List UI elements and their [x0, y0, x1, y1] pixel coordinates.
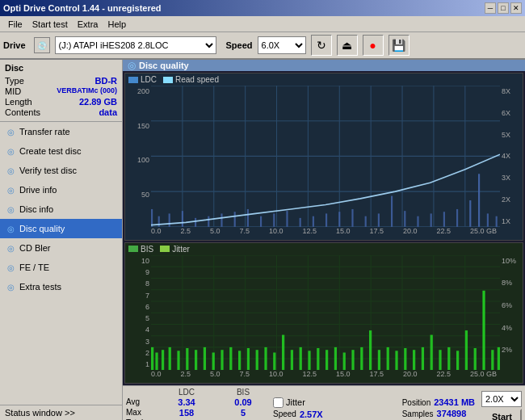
nav-verify-test-disc[interactable]: ◎ Verify test disc	[0, 161, 122, 180]
svg-rect-27	[300, 218, 301, 227]
ldc-right-axis: 8X 6X 5X 4X 3X 2X 1X	[500, 86, 523, 227]
svg-rect-40	[469, 200, 471, 227]
disc-contents-row: Contents data	[5, 107, 117, 117]
svg-rect-15	[151, 209, 153, 227]
svg-rect-78	[264, 347, 267, 370]
svg-rect-35	[404, 211, 405, 227]
nav-cd-bler[interactable]: ◎ CD Bler	[0, 238, 122, 258]
ldc-legend: LDC Read speed	[125, 74, 523, 86]
disc-mid-label: MID	[5, 86, 21, 96]
charts-area: LDC Read speed 200 150 100 50	[123, 71, 525, 385]
save-button[interactable]: 💾	[388, 35, 410, 56]
bis-x-axis: 0.0 2.5 5.0 7.5 10.0 12.5 15.0 17.5 20.0…	[125, 370, 523, 383]
disc-type-value: BD-R	[95, 76, 118, 86]
ldc-header: LDC	[166, 388, 207, 397]
speed-label: Speed	[226, 40, 253, 50]
svg-rect-66	[162, 350, 164, 370]
avg-bis: 0.09	[223, 397, 263, 407]
bis-plot	[151, 255, 500, 370]
svg-rect-92	[387, 347, 389, 370]
ldc-x-axis: 0.0 2.5 5.0 7.5 10.0 12.5 15.0 17.5 20.0…	[125, 227, 523, 240]
ldc-plot	[151, 86, 500, 227]
readspeed-color	[163, 77, 173, 83]
svg-rect-73	[220, 350, 223, 370]
refresh-button[interactable]: ↻	[311, 35, 332, 56]
eject-button[interactable]: ⏏	[337, 35, 358, 56]
toolbar: Drive 💿 (J:) ATAPI iHES208 2.8LOC Speed …	[0, 32, 525, 60]
svg-rect-100	[456, 351, 459, 370]
svg-rect-93	[395, 351, 397, 370]
nav-create-test-disc[interactable]: ◎ Create test disc	[0, 141, 122, 161]
nav-transfer-rate[interactable]: ◎ Transfer rate	[0, 122, 122, 141]
position-row: Position 23431 MB	[402, 397, 475, 407]
nav-fe-te[interactable]: ◎ FE / TE	[0, 258, 122, 277]
nav-extra-tests[interactable]: ◎ Extra tests	[0, 277, 122, 296]
panel-title: Disc quality	[139, 61, 189, 70]
svg-rect-105	[498, 347, 500, 370]
status-window-button[interactable]: Status window >>	[0, 405, 122, 420]
start-button[interactable]: Start	[482, 409, 522, 420]
nav-items: ◎ Transfer rate ◎ Create test disc ◎ Ver…	[0, 122, 122, 405]
menu-file[interactable]: File	[3, 19, 27, 30]
record-button[interactable]: ●	[363, 35, 384, 56]
samples-row: Samples 374898	[402, 409, 475, 418]
nav-create-test-disc-label: Create test disc	[19, 146, 81, 156]
ldc-color	[128, 77, 138, 83]
avg-ldc: 3.34	[166, 397, 207, 407]
nav-drive-info-label: Drive info	[19, 185, 57, 195]
speed-stat-value: 2.57X	[300, 410, 323, 419]
jitter-speed-section: Jitter Speed 2.57X	[273, 397, 323, 419]
svg-rect-64	[151, 347, 153, 370]
cd-bler-icon: ◎	[5, 242, 16, 254]
drive-select[interactable]: (J:) ATAPI iHES208 2.8LOC	[55, 36, 216, 54]
svg-rect-94	[404, 348, 406, 370]
menu-extra[interactable]: Extra	[73, 19, 103, 30]
close-button[interactable]: ✕	[510, 2, 522, 14]
svg-rect-34	[391, 196, 393, 227]
svg-rect-31	[351, 209, 353, 227]
svg-rect-69	[186, 348, 188, 370]
ldc-chart: LDC Read speed 200 150 100 50	[124, 73, 523, 241]
position-samples-section: Position 23431 MB Samples 374898	[402, 397, 475, 418]
nav-fe-te-label: FE / TE	[19, 262, 49, 272]
svg-rect-90	[369, 330, 372, 370]
jitter-checkbox-row: Jitter	[273, 397, 323, 408]
disc-length-row: Length 22.89 GB	[5, 97, 117, 107]
ldc-y-axis: 200 150 100 50	[125, 86, 151, 227]
disc-mid-row: MID VERBATIMc (000)	[5, 86, 117, 96]
drive-info-icon: ◎	[5, 184, 16, 195]
svg-rect-80	[282, 334, 284, 370]
menu-help[interactable]: Help	[103, 19, 131, 30]
panel-icon: ◎	[128, 60, 136, 71]
zoom-select[interactable]: 2.0X	[481, 391, 522, 407]
disc-contents-value: data	[99, 107, 117, 117]
disc-length-label: Length	[5, 97, 32, 107]
svg-rect-25	[273, 213, 275, 226]
menu-start-test[interactable]: Start test	[27, 19, 73, 30]
max-bis: 5	[223, 408, 263, 418]
nav-disc-info[interactable]: ◎ Disc info	[0, 200, 122, 219]
svg-rect-84	[317, 348, 319, 370]
maximize-button[interactable]: □	[498, 2, 509, 14]
nav-disc-quality[interactable]: ◎ Disc quality	[0, 219, 122, 238]
minimize-button[interactable]: ─	[485, 2, 496, 14]
extra-tests-icon: ◎	[5, 281, 16, 292]
ldc-legend-readspeed: Read speed	[163, 75, 219, 84]
ldc-legend-ldc: LDC	[128, 75, 157, 84]
fe-te-icon: ◎	[5, 262, 16, 273]
zoom-start-section: 2.0X Start	[481, 391, 522, 420]
speed-stat-label: Speed	[273, 410, 296, 418]
nav-extra-tests-label: Extra tests	[19, 282, 61, 292]
jitter-checkbox[interactable]	[273, 397, 284, 408]
nav-drive-info[interactable]: ◎ Drive info	[0, 180, 122, 200]
svg-rect-98	[439, 350, 441, 370]
title-text: Opti Drive Control 1.44 - unregistered	[3, 3, 162, 13]
svg-rect-33	[378, 213, 380, 226]
svg-rect-20	[208, 216, 209, 227]
speed-select[interactable]: 6.0X	[258, 36, 306, 54]
stats-max-row: Max 158 5	[126, 408, 263, 418]
bis-color	[128, 246, 138, 252]
svg-rect-21	[220, 213, 222, 226]
nav-disc-quality-label: Disc quality	[19, 224, 65, 233]
svg-rect-76	[247, 348, 250, 370]
